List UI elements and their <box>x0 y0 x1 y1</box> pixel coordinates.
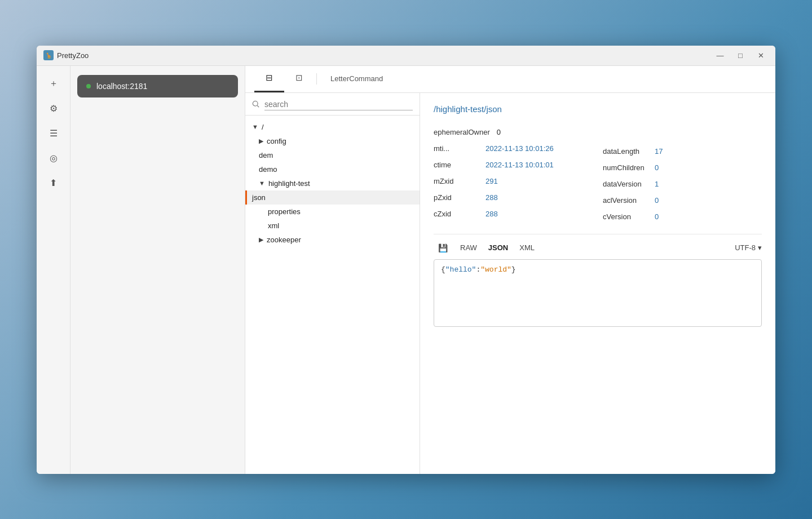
app-title: 🦒 PrettyZoo <box>43 50 89 60</box>
value-ephemeralowner: 0 <box>497 128 501 136</box>
save-data-button[interactable]: 💾 <box>434 241 452 255</box>
json-value: "world" <box>480 265 511 274</box>
tree-item-config[interactable]: ▶ config <box>245 134 420 148</box>
app-logo-icon: 🦒 <box>43 50 54 60</box>
detail-row-datalength: dataLength 17 <box>603 143 716 159</box>
connection-item[interactable]: localhost:2181 <box>77 75 238 97</box>
data-button[interactable]: ◎ <box>42 147 65 170</box>
label-mti: mti... <box>434 144 479 153</box>
add-icon: ＋ <box>49 78 58 90</box>
tab-tree[interactable]: ⊟ <box>254 66 284 92</box>
detail-row-numchildren: numChildren 0 <box>603 159 716 176</box>
value-ctime: 2022-11-13 10:01:01 <box>486 161 554 169</box>
label-aclversion: aclVersion <box>603 196 648 205</box>
list-button[interactable]: ☰ <box>42 122 65 145</box>
tree-panel: ▼ / ▶ config dem <box>245 93 420 474</box>
value-cversion: 0 <box>655 212 659 221</box>
tab-terminal[interactable]: ⊡ <box>284 66 314 92</box>
connection-status-dot <box>86 84 91 88</box>
label-datalength: dataLength <box>603 147 648 156</box>
search-icon <box>252 100 260 110</box>
format-xml-button[interactable]: XML <box>516 242 538 253</box>
tree-item-json-label: json <box>252 193 266 202</box>
tree-item-config-label: config <box>267 137 286 145</box>
data-content-box[interactable]: {"hello":"world"} <box>434 259 762 327</box>
tree-item-highlight-test-label: highlight-test <box>268 179 310 188</box>
terminal-tab-icon: ⊡ <box>295 73 303 83</box>
close-button[interactable]: ✕ <box>753 50 769 61</box>
detail-panel: /highlight-test/json ephemeralOwner 0 <box>420 93 775 474</box>
main-content: ＋ ⚙ ☰ ◎ ⬆ localhost:2181 <box>37 66 775 474</box>
label-ephemeralowner: ephemeralOwner <box>434 128 490 136</box>
add-button[interactable]: ＋ <box>42 73 65 95</box>
right-area: ⊟ ⊡ LetterCommand <box>245 66 775 474</box>
label-mzxid: mZxid <box>434 177 479 185</box>
value-datalength: 17 <box>655 147 663 156</box>
label-numchildren: numChildren <box>603 163 648 172</box>
detail-row-mzxid: mZxid 291 <box>434 173 580 189</box>
tab-letter-command[interactable]: LetterCommand <box>319 66 394 92</box>
tree-arrow-zookeeper: ▶ <box>259 236 263 243</box>
value-aclversion: 0 <box>655 196 659 205</box>
save-icon: 💾 <box>438 243 448 252</box>
format-json-label: JSON <box>488 243 508 252</box>
tree-item-zookeeper[interactable]: ▶ zookeeper <box>245 233 420 247</box>
tree-item-dem[interactable]: dem <box>245 148 420 162</box>
connection-panel: localhost:2181 <box>70 66 245 474</box>
tree-item-root-label: / <box>262 123 264 131</box>
detail-row-ephemeralowner: ephemeralOwner 0 <box>434 124 580 140</box>
label-czxid: cZxid <box>434 210 479 218</box>
connection-label: localhost:2181 <box>96 82 147 91</box>
tree-item-properties-label: properties <box>268 207 301 216</box>
svg-point-0 <box>253 101 258 106</box>
tree-arrow-root: ▼ <box>252 123 258 130</box>
titlebar: 🦒 PrettyZoo — □ ✕ <box>37 46 775 66</box>
label-ctime: ctime <box>434 161 479 169</box>
svg-line-1 <box>257 105 259 107</box>
json-key: "hello" <box>445 265 476 274</box>
tree-item-dem-label: dem <box>259 151 273 159</box>
format-xml-label: XML <box>519 243 535 252</box>
search-box <box>245 93 420 116</box>
tree-item-demo-label: demo <box>259 165 277 174</box>
tree-item-root[interactable]: ▼ / <box>245 120 420 134</box>
tree-item-highlight-test[interactable]: ▼ highlight-test <box>245 176 420 190</box>
detail-row-aclversion: aclVersion 0 <box>603 192 716 209</box>
json-open-brace: { <box>441 265 445 274</box>
upload-button[interactable]: ⬆ <box>42 172 65 194</box>
minimize-button[interactable]: — <box>712 50 728 61</box>
tab-divider <box>316 73 317 85</box>
list-icon: ☰ <box>50 128 58 139</box>
detail-row-dataversion: dataVersion 1 <box>603 176 716 192</box>
detail-row-cversion: cVersion 0 <box>603 209 716 225</box>
letter-command-tab-label: LetterCommand <box>330 74 383 83</box>
format-raw-button[interactable]: RAW <box>457 242 480 253</box>
tree-item-zookeeper-label: zookeeper <box>267 236 301 244</box>
value-numchildren: 0 <box>655 163 659 172</box>
tree-item-xml-label: xml <box>268 221 279 230</box>
maximize-button[interactable]: □ <box>732 50 748 61</box>
label-dataversion: dataVersion <box>603 180 648 188</box>
detail-row-mti: mti... 2022-11-13 10:01:26 <box>434 140 580 157</box>
value-dataversion: 1 <box>655 180 659 188</box>
encoding-select[interactable]: UTF-8 ▾ <box>735 243 762 252</box>
tree-item-json[interactable]: json <box>245 190 420 205</box>
titlebar-controls: — □ ✕ <box>712 50 769 61</box>
tree-arrow-highlight-test: ▼ <box>259 180 265 187</box>
format-json-button[interactable]: JSON <box>485 242 511 253</box>
tab-bar: ⊟ ⊡ LetterCommand <box>245 66 775 93</box>
app-window: 🦒 PrettyZoo — □ ✕ ＋ ⚙ ☰ ◎ ⬆ <box>37 46 775 474</box>
value-czxid: 288 <box>486 210 498 218</box>
settings-button[interactable]: ⚙ <box>42 97 65 120</box>
data-editor: 💾 RAW JSON XML <box>434 234 762 327</box>
tree-item-xml[interactable]: xml <box>245 219 420 233</box>
tree-item-demo[interactable]: demo <box>245 162 420 176</box>
search-input[interactable] <box>264 100 413 110</box>
tree-tab-icon: ⊟ <box>266 73 273 83</box>
detail-path: /highlight-test/json <box>434 104 762 114</box>
tree-item-properties[interactable]: properties <box>245 205 420 219</box>
encoding-label: UTF-8 <box>735 243 756 252</box>
data-icon: ◎ <box>50 153 58 163</box>
detail-row-pzxid: pZxid 288 <box>434 189 580 206</box>
tree: ▼ / ▶ config dem <box>245 116 420 474</box>
